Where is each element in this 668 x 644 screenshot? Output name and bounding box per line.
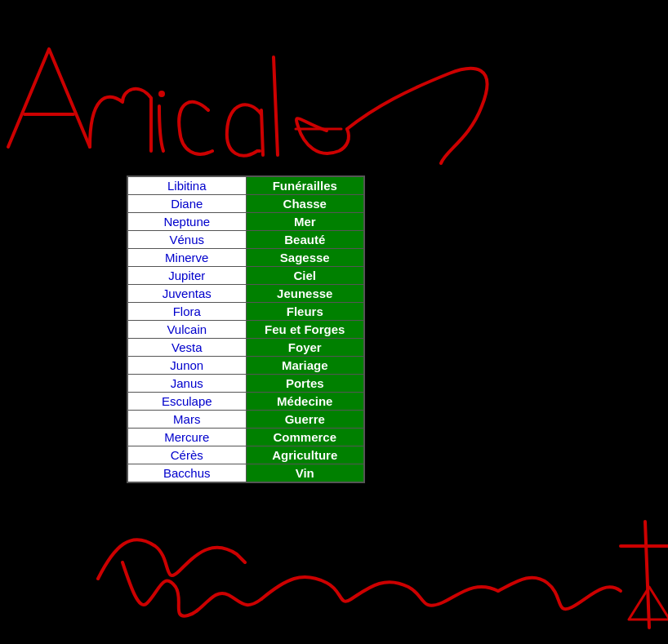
table-row: MinerveSagesse xyxy=(127,249,364,267)
deity-name: Bacchus xyxy=(127,464,246,483)
deity-name: Mercure xyxy=(127,429,246,446)
table-row: VénusBeauté xyxy=(127,231,364,249)
deity-table: LibitinaFunéraillesDianeChasseNeptuneMer… xyxy=(127,175,365,483)
table-row: DianeChasse xyxy=(127,195,364,213)
deity-name: Neptune xyxy=(127,213,246,231)
deity-domain: Sagesse xyxy=(246,249,364,267)
table-row: JunonMariage xyxy=(127,357,364,375)
deity-domain: Guerre xyxy=(246,411,364,429)
deity-domain: Jeunesse xyxy=(246,285,364,303)
handwriting-bottom xyxy=(82,481,668,644)
deity-domain: Mer xyxy=(246,213,364,231)
table-row: JanusPortes xyxy=(127,375,364,393)
deity-name: Mars xyxy=(127,411,246,429)
deity-name: Vulcain xyxy=(127,321,246,339)
deity-domain: Foyer xyxy=(246,339,364,357)
deity-domain: Beauté xyxy=(246,231,364,249)
table-row: LibitinaFunérailles xyxy=(127,176,364,195)
deity-domain: Vin xyxy=(246,464,364,483)
table-row: FloraFleurs xyxy=(127,303,364,321)
table-row: VulcainFeu et Forges xyxy=(127,321,364,339)
deity-domain: Médecine xyxy=(246,393,364,411)
deity-name: Vesta xyxy=(127,339,246,357)
table-row: CérèsAgriculture xyxy=(127,446,364,464)
deity-name: Cérès xyxy=(127,446,246,464)
deity-name: Libitina xyxy=(127,176,246,195)
deity-domain: Funérailles xyxy=(246,176,364,195)
deity-domain: Portes xyxy=(246,375,364,393)
deity-name: Juventas xyxy=(127,285,246,303)
deity-name: Vénus xyxy=(127,231,246,249)
table-row: JupiterCiel xyxy=(127,267,364,285)
deity-name: Junon xyxy=(127,357,246,375)
table-row: JuventasJeunesse xyxy=(127,285,364,303)
deity-name: Janus xyxy=(127,375,246,393)
handwriting-top xyxy=(0,24,531,188)
deity-name: Flora xyxy=(127,303,246,321)
svg-point-0 xyxy=(158,91,165,97)
deity-domain: Feu et Forges xyxy=(246,321,364,339)
deity-domain: Mariage xyxy=(246,357,364,375)
table-row: EsculapeMédecine xyxy=(127,393,364,411)
deity-domain: Commerce xyxy=(246,429,364,446)
deity-name: Esculape xyxy=(127,393,246,411)
deity-name: Jupiter xyxy=(127,267,246,285)
deity-domain: Fleurs xyxy=(246,303,364,321)
table-row: MarsGuerre xyxy=(127,411,364,429)
table-row: NeptuneMer xyxy=(127,213,364,231)
table-row: VestaFoyer xyxy=(127,339,364,357)
table-row: MercureCommerce xyxy=(127,429,364,446)
deity-name: Diane xyxy=(127,195,246,213)
deity-domain: Ciel xyxy=(246,267,364,285)
deity-domain: Agriculture xyxy=(246,446,364,464)
table-row: BacchusVin xyxy=(127,464,364,483)
deity-domain: Chasse xyxy=(246,195,364,213)
deity-name: Minerve xyxy=(127,249,246,267)
